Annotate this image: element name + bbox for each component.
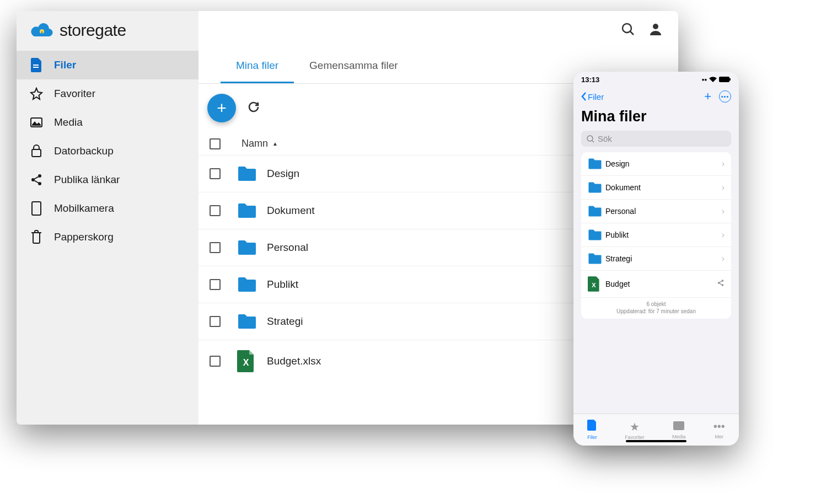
- row-checkbox[interactable]: [210, 316, 221, 327]
- logo: storegate: [17, 11, 198, 51]
- star-icon: [30, 87, 43, 100]
- sidebar-item-label: Datorbackup: [54, 145, 114, 157]
- sidebar-item-publika-lankar[interactable]: Publika länkar: [17, 165, 198, 194]
- svg-text:X: X: [243, 358, 249, 367]
- image-icon: [30, 116, 43, 129]
- item-name: Dokument: [605, 183, 722, 192]
- chevron-right-icon: ›: [722, 254, 725, 264]
- sidebar-item-label: Mobilkamera: [54, 202, 114, 215]
- folder-icon: [237, 276, 265, 293]
- folder-icon: [588, 205, 605, 217]
- tab-gemensamma-filer[interactable]: Gemensamma filer: [294, 50, 414, 83]
- folder-icon: [588, 158, 605, 170]
- cloud-logo-icon: [30, 22, 54, 39]
- status-time: 13:13: [581, 76, 599, 84]
- list-item[interactable]: X Budget: [581, 271, 731, 298]
- sidebar-item-media[interactable]: Media: [17, 108, 198, 137]
- updated-label: Uppdaterad: för 7 minuter sedan: [581, 308, 731, 319]
- svg-point-6: [38, 182, 41, 185]
- mobile-file-list: Design › Dokument › Personal › Publikt ›…: [581, 152, 731, 319]
- sidebar-item-label: Filer: [54, 59, 76, 71]
- tab-favoriter[interactable]: ★ Favoriter: [625, 420, 645, 440]
- folder-icon: [588, 229, 605, 241]
- share-icon: [30, 173, 43, 186]
- chevron-right-icon: ›: [722, 159, 725, 169]
- add-button[interactable]: +: [704, 89, 711, 104]
- sidebar-item-label: Media: [54, 116, 83, 128]
- sidebar-item-datorbackup[interactable]: Datorbackup: [17, 137, 198, 165]
- sidebar-item-mobilkamera[interactable]: Mobilkamera: [17, 194, 198, 223]
- svg-point-18: [722, 280, 724, 282]
- add-button[interactable]: +: [207, 94, 236, 122]
- sidebar-item-label: Favoriter: [54, 88, 95, 100]
- tab-filer[interactable]: Filer: [587, 420, 597, 440]
- row-checkbox[interactable]: [210, 168, 221, 179]
- more-button[interactable]: •••: [719, 90, 731, 103]
- sidebar-item-filer[interactable]: Filer: [17, 51, 198, 79]
- file-icon: [30, 58, 43, 72]
- svg-point-8: [623, 24, 631, 33]
- list-item[interactable]: Publikt ›: [581, 223, 731, 247]
- search-icon[interactable]: [621, 22, 635, 39]
- svg-point-20: [722, 284, 724, 286]
- topbar: [198, 11, 678, 50]
- home-indicator: [626, 440, 686, 442]
- image-icon: [673, 420, 684, 433]
- cellular-icon: ▪▪: [702, 76, 707, 84]
- sidebar-item-papperskorg[interactable]: Papperskorg: [17, 223, 198, 251]
- brand-name: storegate: [60, 21, 126, 40]
- folder-icon: [588, 253, 605, 265]
- tab-media[interactable]: Media: [672, 420, 686, 439]
- item-name: Budget: [605, 280, 717, 288]
- file-icon: [587, 420, 597, 433]
- column-header-name[interactable]: Namn ▲: [237, 138, 584, 149]
- sidebar-item-favoriter[interactable]: Favoriter: [17, 79, 198, 108]
- svg-rect-15: [729, 78, 731, 81]
- mobile-window: 13:13 ▪▪ Filer + ••• Mina filer Sök Desi…: [573, 72, 739, 446]
- phone-icon: [30, 202, 43, 215]
- chevron-right-icon: ›: [722, 230, 725, 240]
- share-icon[interactable]: [717, 279, 725, 289]
- svg-point-9: [653, 24, 658, 29]
- search-input[interactable]: Sök: [581, 131, 731, 147]
- item-name: Design: [605, 159, 722, 168]
- list-item[interactable]: Design ›: [581, 152, 731, 176]
- mobile-title: Mina filer: [573, 106, 739, 131]
- item-name: Personal: [605, 207, 722, 216]
- back-button[interactable]: Filer: [581, 92, 604, 101]
- tab-mer[interactable]: ••• Mer: [713, 420, 725, 439]
- chevron-right-icon: ›: [722, 206, 725, 216]
- list-item[interactable]: Strategi ›: [581, 247, 731, 271]
- svg-rect-3: [32, 149, 41, 157]
- svg-rect-14: [719, 77, 729, 82]
- battery-icon: [719, 77, 731, 82]
- svg-point-5: [31, 178, 35, 181]
- sort-asc-icon: ▲: [272, 141, 278, 147]
- refresh-button[interactable]: [247, 100, 260, 116]
- excel-icon: X: [237, 350, 265, 372]
- folder-icon: [237, 239, 265, 256]
- svg-point-4: [38, 174, 41, 178]
- list-item[interactable]: Personal ›: [581, 200, 731, 223]
- tab-mina-filer[interactable]: Mina filer: [221, 50, 294, 83]
- star-icon: ★: [630, 420, 640, 433]
- sidebar-item-label: Papperskorg: [54, 231, 114, 243]
- row-checkbox[interactable]: [210, 205, 221, 216]
- search-icon: [587, 135, 594, 143]
- status-bar: 13:13 ▪▪: [573, 72, 739, 87]
- chevron-left-icon: [581, 92, 587, 101]
- item-count: 6 objekt: [581, 298, 731, 308]
- list-item[interactable]: Dokument ›: [581, 176, 731, 200]
- wifi-icon: [709, 77, 717, 82]
- user-icon[interactable]: [648, 22, 663, 39]
- trash-icon: [30, 230, 43, 244]
- row-checkbox[interactable]: [210, 279, 221, 290]
- row-checkbox[interactable]: [210, 356, 221, 367]
- row-checkbox[interactable]: [210, 242, 221, 253]
- folder-icon: [237, 202, 265, 219]
- svg-point-19: [718, 282, 720, 284]
- select-all-checkbox[interactable]: [210, 138, 221, 149]
- status-indicators: ▪▪: [702, 76, 731, 84]
- folder-icon: [588, 181, 605, 194]
- sidebar: storegate Filer Favoriter Media Datorbac…: [17, 11, 198, 425]
